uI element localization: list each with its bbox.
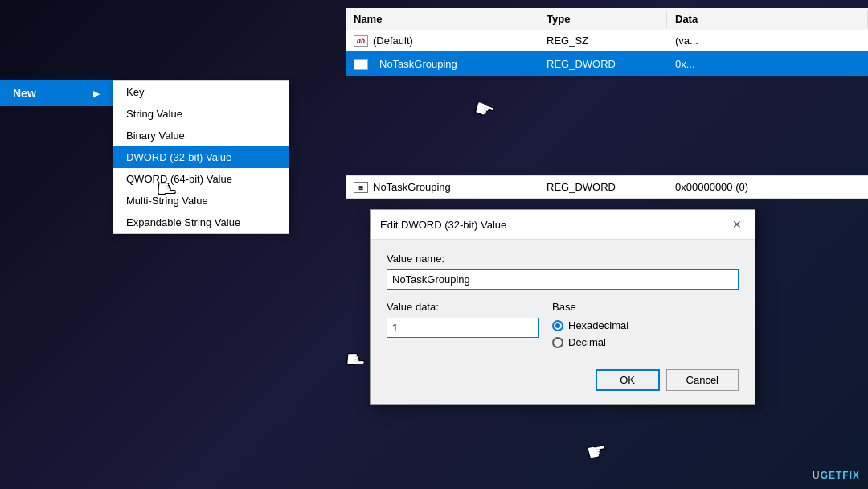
radio-hexadecimal-label: Hexadecimal <box>568 319 628 331</box>
context-menu: New ▶ Key String Value Binary Value DWOR… <box>0 80 113 106</box>
dword-icon: ⊞ <box>354 59 368 70</box>
dword-icon-bottom: ⊞ <box>354 182 368 193</box>
radio-decimal-label: Decimal <box>568 336 606 348</box>
value-data-input[interactable] <box>387 318 539 338</box>
edit-dword-dialog: Edit DWORD (32-bit) Value ✕ Value name: … <box>370 209 755 405</box>
registry-cell-name-notaskgrouping: ⊞ NoTaskGrouping <box>346 53 538 75</box>
submenu-item-multi-string-value[interactable]: Multi-String Value <box>113 190 289 212</box>
base-label: Base <box>552 301 739 313</box>
watermark-prefix: U <box>813 470 821 481</box>
registry-cell-name-default: ab (Default) <box>346 31 538 50</box>
value-name-input[interactable] <box>387 269 739 290</box>
column-data: Data <box>667 10 868 28</box>
registry-bottom-cell-data: 0x00000000 (0) <box>667 178 868 196</box>
column-type: Type <box>538 10 667 28</box>
registry-cell-data-notaskgrouping: 0x... <box>667 53 868 75</box>
base-group: Base Hexadecimal Decimal <box>552 301 739 353</box>
submenu-item-dword-value[interactable]: DWORD (32-bit) Value <box>113 146 289 168</box>
submenu: Key String Value Binary Value DWORD (32-… <box>113 80 289 234</box>
radio-decimal-icon <box>552 337 563 348</box>
registry-cell-type-default: REG_SZ <box>538 31 667 50</box>
dialog-buttons: OK Cancel <box>387 369 739 391</box>
submenu-item-binary-value[interactable]: Binary Value <box>113 125 289 146</box>
registry-cell-type-notaskgrouping: REG_DWORD <box>538 53 667 75</box>
registry-row-bottom[interactable]: ⊞ NoTaskGrouping REG_DWORD 0x00000000 (0… <box>346 176 868 198</box>
registry-header: Name Type Data <box>346 8 868 30</box>
new-button-arrow-icon: ▶ <box>93 89 100 98</box>
dialog-close-button[interactable]: ✕ <box>729 216 745 232</box>
submenu-item-string-value[interactable]: String Value <box>113 103 289 125</box>
watermark-brand: GET <box>821 470 843 481</box>
new-button[interactable]: New ▶ <box>0 80 113 106</box>
column-name: Name <box>346 10 538 28</box>
registry-bottom-cell-name: ⊞ NoTaskGrouping <box>346 178 538 196</box>
registry-bottom-cell-type: REG_DWORD <box>538 178 667 196</box>
registry-row-default[interactable]: ab (Default) REG_SZ (va... <box>346 30 868 51</box>
submenu-item-expandable-string-value[interactable]: Expandable String Value <box>113 212 289 233</box>
submenu-item-qword-value[interactable]: QWORD (64-bit) Value <box>113 168 289 190</box>
dialog-title: Edit DWORD (32-bit) Value <box>380 219 506 231</box>
dialog-titlebar: Edit DWORD (32-bit) Value ✕ <box>371 210 755 240</box>
watermark: UGETFIX <box>813 470 860 481</box>
ab-icon: ab <box>354 35 368 47</box>
radio-hexadecimal[interactable]: Hexadecimal <box>552 319 739 331</box>
registry-row-notaskgrouping[interactable]: ⊞ NoTaskGrouping REG_DWORD 0x... <box>346 51 868 76</box>
registry-bottom-area: ⊞ NoTaskGrouping REG_DWORD 0x00000000 (0… <box>346 175 868 199</box>
dialog-body: Value name: Value data: Base Hexadecimal… <box>371 240 755 404</box>
registry-panel: Name Type Data ab (Default) REG_SZ (va..… <box>346 8 868 76</box>
new-button-label: New <box>13 87 36 100</box>
value-name-label: Value name: <box>387 253 739 265</box>
submenu-item-key[interactable]: Key <box>113 81 289 103</box>
radio-hexadecimal-icon <box>552 320 563 331</box>
dialog-data-row: Value data: Base Hexadecimal Decimal <box>387 301 739 353</box>
radio-decimal[interactable]: Decimal <box>552 336 739 348</box>
ok-button[interactable]: OK <box>596 369 660 391</box>
value-data-label: Value data: <box>387 301 539 313</box>
watermark-suffix: FIX <box>842 470 860 481</box>
registry-cell-data-default: (va... <box>667 31 868 50</box>
value-data-section: Value data: <box>387 301 539 338</box>
cancel-button[interactable]: Cancel <box>666 369 739 391</box>
